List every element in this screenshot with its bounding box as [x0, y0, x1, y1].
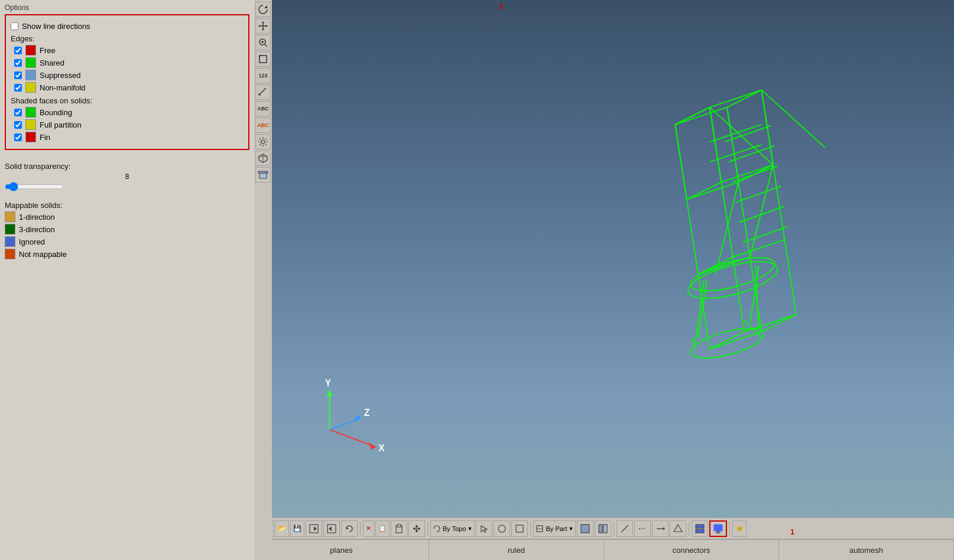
toolbar-copy-btn[interactable]: 📋	[375, 520, 390, 537]
toolbar-btn-pan[interactable]	[255, 18, 271, 34]
edge-suppressed-row[interactable]: Suppressed	[14, 70, 244, 80]
svg-rect-99	[516, 525, 523, 532]
svg-rect-110	[696, 525, 699, 528]
toolbar-btn-settings[interactable]	[255, 134, 271, 149]
tab-ruled[interactable]: ruled	[429, 540, 604, 560]
svg-line-31	[687, 182, 721, 199]
options-box: Show line directions Edges: Free Shared	[5, 14, 249, 150]
toolbar-monitor-btn[interactable]	[709, 520, 727, 537]
tab-ruled-label: ruled	[508, 546, 525, 555]
left-toolbar: 123 ABC ABC	[254, 0, 272, 560]
edge-suppressed-checkbox[interactable]	[14, 71, 22, 79]
by-part-label: By Part	[546, 525, 567, 532]
toolbar-view-btn[interactable]	[577, 520, 593, 537]
badge-2: 2	[499, 2, 504, 11]
toolbar-btn-text[interactable]: ABC	[255, 118, 271, 133]
toolbar-star-btn[interactable]: ★	[732, 520, 747, 537]
face-fullpartition-checkbox[interactable]	[14, 121, 22, 129]
svg-line-60	[761, 90, 825, 147]
mappable-3direction-swatch	[5, 224, 15, 235]
edges-list: Free Shared Suppressed Non-manifold	[11, 45, 244, 93]
toolbar-btn-measure[interactable]	[255, 84, 271, 100]
svg-line-47	[675, 108, 709, 125]
toolbar-paste-btn[interactable]	[391, 520, 407, 537]
tab-planes[interactable]: planes	[254, 540, 429, 560]
edge-shared-row[interactable]: Shared	[14, 57, 244, 68]
toolbar-open-btn[interactable]: 📂	[275, 520, 289, 537]
toolbar-btn-container[interactable]	[255, 167, 271, 183]
face-bounding-swatch	[25, 107, 36, 118]
face-fin-checkbox[interactable]	[14, 134, 22, 141]
toolbar-arrow-btn[interactable]	[652, 520, 669, 537]
toolbar-btn-123[interactable]: 123	[255, 68, 271, 83]
toolbar-grid-btn[interactable]	[692, 520, 708, 537]
face-fullpartition-swatch	[25, 119, 36, 130]
toolbar-dash-btn[interactable]	[634, 520, 651, 537]
svg-rect-114	[714, 525, 722, 531]
svg-line-71	[710, 108, 721, 183]
face-fin-row[interactable]: Fin	[14, 132, 244, 142]
edge-free-row[interactable]: Free	[14, 45, 244, 56]
toolbar-btn-rotate[interactable]	[255, 2, 271, 17]
svg-point-98	[498, 525, 505, 532]
toolbar-nodes-btn[interactable]	[408, 520, 425, 537]
toolbar-export-btn[interactable]	[323, 520, 340, 537]
svg-marker-108	[663, 527, 665, 530]
mappable-solids-label: Mappable solids:	[5, 201, 249, 210]
toolbar-view2-btn[interactable]	[595, 520, 611, 537]
shaded-faces-label: Shaded faces on solids:	[11, 96, 244, 105]
toolbar-btn-cube[interactable]	[255, 151, 271, 166]
show-line-directions-checkbox[interactable]	[11, 22, 18, 30]
toolbar-save-btn[interactable]: 💾	[290, 520, 304, 537]
mappable-solids-section: Mappable solids: 1-direction 3-direction…	[5, 197, 249, 261]
toolbar-select2-btn[interactable]	[494, 520, 510, 537]
transparency-slider[interactable]	[5, 182, 64, 191]
svg-rect-104	[603, 525, 607, 533]
toolbar-select-btn[interactable]	[476, 520, 492, 537]
svg-rect-102	[581, 525, 589, 533]
edge-suppressed-swatch	[25, 70, 36, 80]
by-part-arrow: ▼	[569, 526, 574, 532]
by-topo-label: By Topo	[443, 525, 466, 532]
by-topo-dropdown[interactable]: By Topo ▼	[430, 520, 475, 537]
edge-suppressed-label: Suppressed	[40, 71, 80, 80]
shaded-faces-list: Bounding Full partition Fin	[11, 107, 244, 142]
toolbar-undo-btn[interactable]	[341, 520, 358, 537]
mappable-notmappable-swatch	[5, 249, 15, 259]
toolbar-line-btn[interactable]	[616, 520, 633, 537]
face-fullpartition-label: Full partition	[40, 121, 82, 129]
face-bounding-checkbox[interactable]	[14, 109, 22, 116]
toolbar-delete-btn[interactable]: ✕	[363, 520, 374, 537]
toolbar-select3-btn[interactable]	[511, 520, 528, 537]
svg-rect-115	[717, 531, 719, 532]
bottom-tabs: planes ruled connectors automesh	[254, 539, 954, 560]
by-part-dropdown[interactable]: By Part ▼	[533, 520, 576, 537]
toolbar-btn-fit[interactable]	[255, 51, 271, 67]
svg-marker-86	[314, 526, 317, 531]
show-line-directions-row[interactable]: Show line directions	[11, 22, 244, 31]
svg-line-48	[710, 125, 762, 142]
svg-line-26	[687, 182, 739, 199]
mappable-3direction-row: 3-direction	[5, 224, 249, 235]
face-fin-label: Fin	[40, 133, 50, 142]
tab-automesh[interactable]: automesh	[779, 540, 954, 560]
face-fin-swatch	[25, 132, 36, 142]
face-fullpartition-row[interactable]: Full partition	[14, 119, 244, 130]
edge-nonmanifold-swatch	[25, 82, 36, 93]
svg-text:X: X	[378, 443, 385, 453]
3d-viewport[interactable]: X Y Z	[272, 0, 954, 560]
edge-nonmanifold-row[interactable]: Non-manifold	[14, 82, 244, 93]
toolbar-btn-zoom[interactable]	[255, 35, 271, 50]
tab-connectors[interactable]: connectors	[604, 540, 779, 560]
edge-free-checkbox[interactable]	[14, 47, 22, 54]
edge-nonmanifold-label: Non-manifold	[40, 83, 85, 92]
face-bounding-row[interactable]: Bounding	[14, 107, 244, 118]
toolbar-btn-abc[interactable]: ABC	[255, 101, 271, 116]
edge-nonmanifold-checkbox[interactable]	[14, 84, 22, 92]
toolbar-import-btn[interactable]	[306, 520, 322, 537]
edge-shared-checkbox[interactable]	[14, 59, 22, 67]
toolbar-shape-btn[interactable]	[670, 520, 686, 537]
transparency-value: 8	[5, 172, 249, 181]
svg-line-73	[329, 429, 375, 447]
mappable-3direction-label: 3-direction	[19, 225, 55, 234]
